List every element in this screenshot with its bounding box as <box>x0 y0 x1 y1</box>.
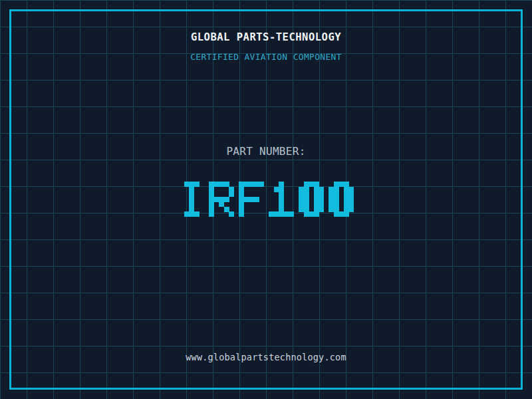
brand-title: GLOBAL PARTS-TECHNOLOGY <box>0 32 532 43</box>
part-number-value: IRF100 <box>179 182 354 217</box>
website-url: www.globalpartstechnology.com <box>0 352 532 362</box>
component-placard: GLOBAL PARTS-TECHNOLOGY CERTIFIED AVIATI… <box>0 0 532 399</box>
part-number-label: PART NUMBER: <box>0 146 532 157</box>
part-number-text: IRF100 <box>179 182 354 217</box>
certification-subtitle: CERTIFIED AVIATION COMPONENT <box>0 53 532 62</box>
